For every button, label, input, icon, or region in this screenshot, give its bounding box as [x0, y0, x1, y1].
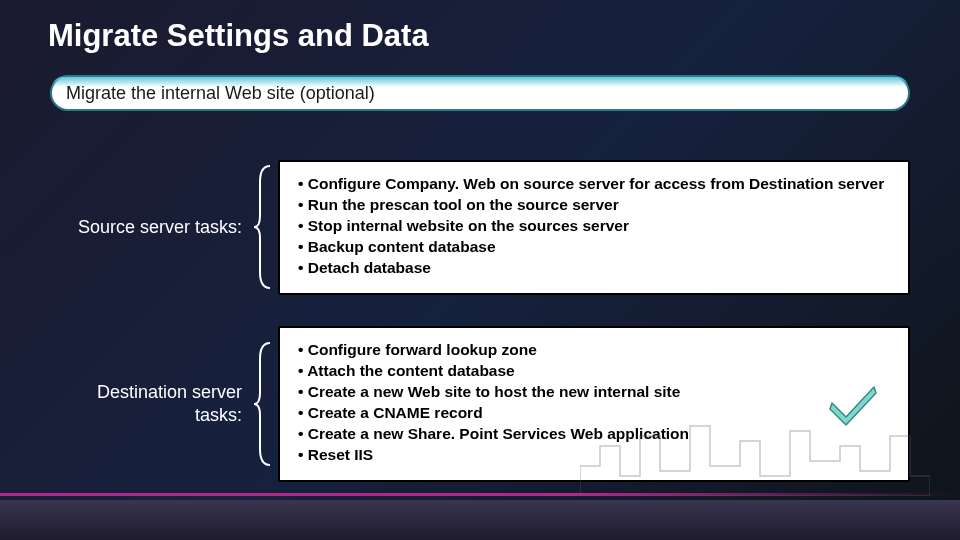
list-item: Configure forward lookup zone [298, 340, 890, 361]
list-item: Attach the content database [298, 361, 890, 382]
list-item: Backup content database [298, 237, 890, 258]
source-label: Source server tasks: [70, 216, 250, 239]
list-item: Stop internal website on the sources ser… [298, 216, 890, 237]
list-item: Create a new Web site to host the new in… [298, 382, 890, 403]
footer-bar [0, 500, 960, 540]
subtitle-text: Migrate the internal Web site (optional) [66, 83, 375, 104]
destination-label: Destination server tasks: [70, 381, 250, 426]
brace-icon [250, 339, 278, 469]
list-item: Configure Company. Web on source server … [298, 174, 890, 195]
subtitle-panel: Migrate the internal Web site (optional) [50, 75, 910, 111]
brace-icon [250, 162, 278, 292]
list-item: Run the prescan tool on the source serve… [298, 195, 890, 216]
list-item: Detach database [298, 258, 890, 279]
footer-accent-line [0, 493, 960, 496]
source-tasks-card: Configure Company. Web on source server … [278, 160, 910, 295]
source-tasks-row: Source server tasks: Configure Company. … [70, 160, 910, 295]
skyline-decoration [580, 416, 930, 496]
source-tasks-list: Configure Company. Web on source server … [298, 174, 890, 279]
page-title: Migrate Settings and Data [48, 18, 429, 54]
